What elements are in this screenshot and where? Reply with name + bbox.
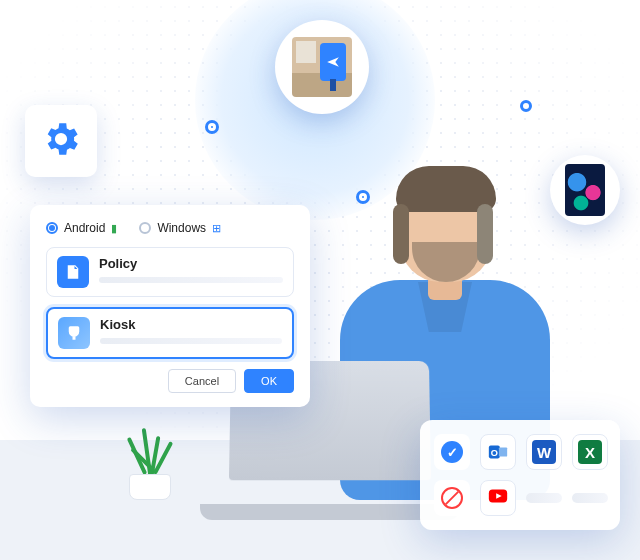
ok-button[interactable]: OK: [244, 369, 294, 393]
kiosk-icon: [58, 317, 90, 349]
word-icon: W: [532, 440, 556, 464]
os-option-label: Android: [64, 221, 105, 235]
app-youtube[interactable]: [480, 480, 516, 516]
app-excel[interactable]: X: [572, 434, 608, 470]
status-blocked-icon: [434, 480, 470, 516]
mode-option-title: Kiosk: [100, 317, 282, 332]
map-marker-icon: [356, 190, 370, 204]
map-marker-icon: [520, 100, 532, 112]
excel-icon: X: [578, 440, 602, 464]
radio-unchecked-icon: [139, 222, 151, 234]
placeholder-slot: [572, 480, 608, 516]
youtube-icon: [487, 485, 509, 511]
app-outlook[interactable]: O: [480, 434, 516, 470]
device-mode-dialog: Android ▮ Windows ⊞ Policy Kiosk Cancel …: [30, 205, 310, 407]
kiosk-device-bubble: [275, 20, 369, 114]
os-option-android[interactable]: Android ▮: [46, 221, 117, 235]
svg-text:O: O: [491, 448, 498, 458]
mode-option-title: Policy: [99, 256, 283, 271]
placeholder-line: [99, 277, 283, 283]
cancel-button[interactable]: Cancel: [168, 369, 236, 393]
radio-checked-icon: [46, 222, 58, 234]
app-word[interactable]: W: [526, 434, 562, 470]
placeholder-line: [100, 338, 282, 344]
map-marker-icon: [205, 120, 219, 134]
app-allowlist-card: ✓ O W X: [420, 420, 620, 530]
settings-card: [25, 105, 97, 177]
tablet-device-bubble: [550, 155, 620, 225]
mode-option-kiosk[interactable]: Kiosk: [46, 307, 294, 359]
android-icon: ▮: [111, 222, 117, 235]
svg-rect-2: [499, 447, 507, 456]
status-allowed-icon: ✓: [434, 434, 470, 470]
mode-option-policy[interactable]: Policy: [46, 247, 294, 297]
policy-icon: [57, 256, 89, 288]
os-option-windows[interactable]: Windows ⊞: [139, 221, 220, 235]
outlook-icon: O: [487, 441, 509, 463]
tablet-illustration: [565, 164, 605, 216]
windows-icon: ⊞: [212, 222, 220, 235]
os-option-label: Windows: [157, 221, 206, 235]
placeholder-slot: [526, 480, 562, 516]
kiosk-illustration: [292, 37, 352, 97]
gear-icon: [40, 118, 82, 164]
